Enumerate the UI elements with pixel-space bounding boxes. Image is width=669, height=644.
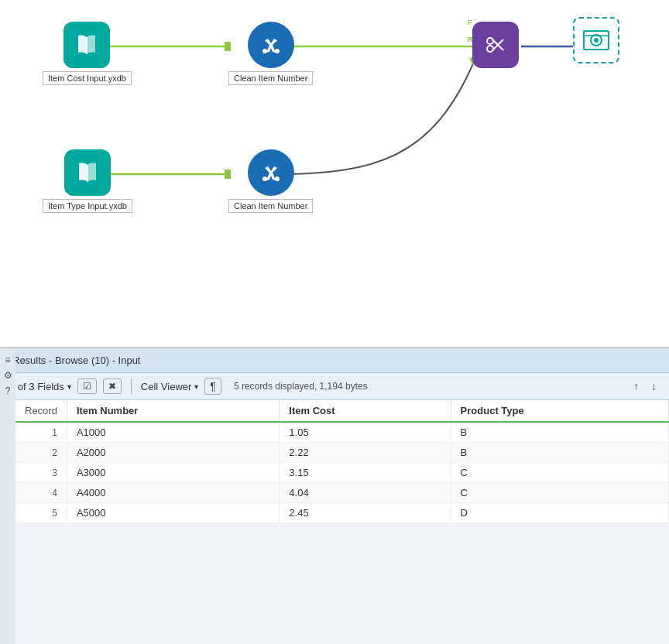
table-body: 1A10001.05B2A20002.22B3A30003.15C4A40004… bbox=[15, 422, 669, 523]
cell-record: 3 bbox=[15, 463, 67, 483]
clear-fields-button[interactable]: ✖ bbox=[103, 379, 122, 394]
fields-dropdown-arrow: ▾ bbox=[67, 382, 71, 391]
formula-icon-1 bbox=[248, 22, 294, 68]
fields-dropdown[interactable]: 3 of 3 Fields ▾ bbox=[9, 381, 71, 392]
records-info: 5 records displayed, 1,194 bytes bbox=[234, 381, 368, 392]
table-row: 3A30003.15C bbox=[15, 463, 669, 483]
left-panel: ≡ ⚙ ? bbox=[0, 348, 15, 644]
cell-viewer-arrow: ▾ bbox=[194, 382, 198, 391]
fields-label: 3 of 3 Fields bbox=[9, 381, 64, 392]
table-row: 5A50002.45D bbox=[15, 503, 669, 523]
browse-icon bbox=[573, 17, 619, 63]
cell-record: 1 bbox=[15, 422, 67, 443]
table-header-row: Record Item Number Item Cost Product Typ… bbox=[15, 400, 669, 422]
cell-product_type: C bbox=[451, 463, 668, 483]
toolbar-sep-1 bbox=[131, 379, 132, 394]
col-item-number: Item Number bbox=[67, 400, 279, 422]
cell-viewer-dropdown[interactable]: Cell Viewer ▾ bbox=[141, 381, 199, 392]
svg-point-24 bbox=[594, 38, 599, 43]
cell-product_type: D bbox=[451, 503, 668, 523]
svg-point-13 bbox=[262, 49, 267, 53]
results-title: Results bbox=[12, 355, 46, 366]
results-separator: - bbox=[49, 355, 55, 366]
results-table-container: Record Item Number Item Cost Product Typ… bbox=[15, 400, 669, 634]
cell-item_number: A5000 bbox=[67, 503, 279, 523]
node-formula2[interactable]: Clean Item Number bbox=[228, 149, 313, 213]
cell-product_type: B bbox=[451, 443, 668, 463]
cell-record: 5 bbox=[15, 503, 67, 523]
node-input2[interactable]: Item Type Input.yxdb bbox=[43, 149, 132, 213]
panel-icon-1[interactable]: ≡ bbox=[5, 355, 10, 365]
edit-fields-button[interactable]: ☑ bbox=[77, 379, 97, 394]
cell-item_cost: 3.15 bbox=[280, 463, 451, 483]
book-icon-1 bbox=[63, 22, 110, 68]
table-row: 4A40004.04C bbox=[15, 483, 669, 503]
panel-icon-2[interactable]: ⚙ bbox=[4, 370, 12, 381]
svg-point-16 bbox=[262, 176, 267, 181]
cell-item_number: A3000 bbox=[67, 463, 279, 483]
scroll-down-button[interactable]: ↓ bbox=[648, 380, 660, 392]
cell-item_cost: 1.05 bbox=[280, 422, 451, 443]
node-join[interactable]: F R bbox=[472, 22, 519, 68]
node-formula2-label: Clean Item Number bbox=[228, 199, 313, 213]
node-input1-label: Item Cost Input.yxdb bbox=[43, 71, 132, 85]
node-input1[interactable]: Item Cost Input.yxdb bbox=[43, 22, 132, 85]
results-panel: Results - Browse (10) - Input 3 of 3 Fie… bbox=[0, 348, 669, 644]
cell-item_number: A2000 bbox=[67, 443, 279, 463]
cell-product_type: C bbox=[451, 483, 668, 503]
scroll-up-button[interactable]: ↑ bbox=[630, 380, 642, 392]
filter-button[interactable]: ¶ bbox=[204, 378, 221, 395]
results-table: Record Item Number Item Cost Product Typ… bbox=[15, 400, 669, 523]
col-record: Record bbox=[15, 400, 67, 422]
node-browse[interactable] bbox=[573, 17, 619, 63]
cell-item_cost: 4.04 bbox=[280, 483, 451, 503]
cell-item_cost: 2.45 bbox=[280, 503, 451, 523]
cell-record: 2 bbox=[15, 443, 67, 463]
svg-point-18 bbox=[487, 38, 493, 44]
table-row: 1A10001.05B bbox=[15, 422, 669, 443]
cell-item_number: A4000 bbox=[67, 483, 279, 503]
node-input2-label: Item Type Input.yxdb bbox=[43, 199, 132, 213]
cell-product_type: B bbox=[451, 422, 668, 443]
panel-icon-3[interactable]: ? bbox=[5, 385, 11, 396]
results-header: Results - Browse (10) - Input bbox=[0, 348, 669, 373]
join-icon bbox=[472, 22, 519, 68]
svg-point-14 bbox=[275, 49, 280, 53]
node-formula1-label: Clean Item Number bbox=[228, 71, 313, 85]
node-formula1[interactable]: Clean Item Number bbox=[228, 22, 313, 85]
col-product-type: Product Type bbox=[451, 400, 668, 422]
cell-item_cost: 2.22 bbox=[280, 443, 451, 463]
results-subtitle: Browse (10) - Input bbox=[55, 355, 141, 366]
svg-point-19 bbox=[487, 46, 493, 52]
book-icon-2 bbox=[64, 149, 111, 196]
cell-record: 4 bbox=[15, 483, 67, 503]
svg-point-17 bbox=[275, 176, 280, 181]
formula-icon-2 bbox=[248, 149, 294, 196]
results-toolbar: 3 of 3 Fields ▾ ☑ ✖ Cell Viewer ▾ ¶ 5 re… bbox=[0, 373, 669, 400]
cell-viewer-label: Cell Viewer bbox=[141, 381, 192, 392]
cell-item_number: A1000 bbox=[67, 422, 279, 443]
table-row: 2A20002.22B bbox=[15, 443, 669, 463]
col-item-cost: Item Cost bbox=[280, 400, 451, 422]
workflow-canvas: Item Cost Input.yxdb Clean Item Number I… bbox=[0, 0, 669, 348]
